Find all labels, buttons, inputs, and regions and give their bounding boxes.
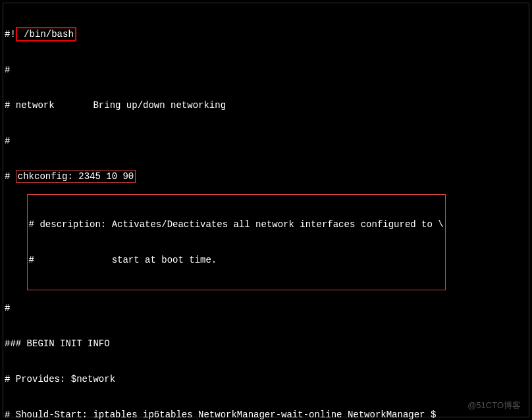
code-line: # Provides: $network: [5, 373, 527, 385]
comment-prefix: #: [5, 171, 16, 182]
watermark-text: @51CTO博客: [467, 400, 521, 411]
comment-prefix: #: [29, 254, 34, 266]
code-line: #: [5, 135, 527, 147]
description-highlight-box: # description: Activates/Deactivates all…: [27, 194, 446, 290]
code-line: ### BEGIN INIT INFO: [5, 338, 527, 350]
code-line: #: [5, 302, 527, 314]
terminal-content[interactable]: #! /bin/bash # # network Bring up/down n…: [5, 5, 527, 420]
description-text: start at boot time.: [34, 254, 217, 266]
shebang-prefix: #!: [5, 28, 16, 40]
comment-prefix: #: [29, 219, 40, 230]
code-line: # network Bring up/down networking: [5, 99, 527, 111]
code-line: # Should-Start: iptables ip6tables Netwo…: [5, 409, 527, 420]
chkconfig-highlight-box: chkconfig: 2345 10 90: [16, 170, 136, 183]
line-description-2: # start at boot time.: [29, 254, 444, 266]
line-chkconfig: # chkconfig: 2345 10 90: [5, 171, 527, 182]
line-description-1: # description: Activates/Deactivates all…: [29, 219, 444, 230]
line-shebang: #! /bin/bash: [5, 28, 527, 40]
code-line: #: [5, 64, 527, 76]
terminal-window: #! /bin/bash # # network Bring up/down n…: [3, 3, 529, 417]
shebang-highlight-box: /bin/bash: [16, 27, 76, 41]
description-text: description: Activates/Deactivates all n…: [40, 219, 443, 230]
